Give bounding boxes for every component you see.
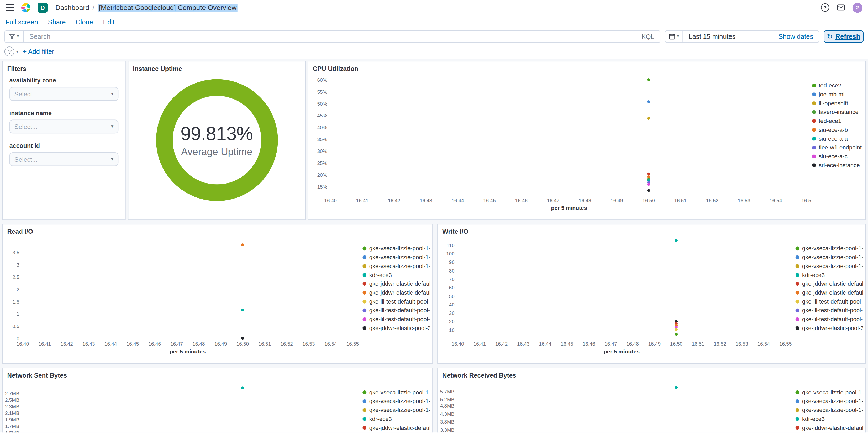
- filter-field: availability zone Select... ▾: [3, 74, 125, 106]
- legend-item[interactable]: gke-jddwr-elastic-default-po...: [796, 423, 863, 432]
- panel-title[interactable]: Network Sent Bytes: [3, 368, 433, 380]
- legend-item[interactable]: joe-mb-ml: [812, 90, 863, 99]
- legend-item[interactable]: gke-jddwr-elastic-default-po...: [796, 432, 863, 432]
- clone-button[interactable]: Clone: [75, 19, 93, 26]
- chevron-down-icon[interactable]: ▾: [16, 49, 18, 54]
- series-label: gke-jddwr-elastic-default-po...: [369, 289, 430, 296]
- panel-title[interactable]: Write I/O: [438, 224, 865, 236]
- series-color-dot: [796, 290, 800, 294]
- svg-text:100: 100: [446, 251, 455, 257]
- legend-item[interactable]: gke-vseca-lizzie-pool-1-630...: [796, 405, 863, 414]
- legend-item[interactable]: gke-vseca-lizzie-pool-1-c417...: [363, 253, 430, 262]
- help-icon[interactable]: ?: [821, 3, 829, 12]
- legend-item[interactable]: gke-vseca-lizzie-pool-1-630...: [796, 261, 863, 270]
- legend-item[interactable]: gke-vseca-lizzie-pool-1-630...: [363, 405, 430, 414]
- elastic-logo[interactable]: [21, 2, 31, 12]
- legend-item[interactable]: gke-vseca-lizzie-pool-1-c417...: [796, 253, 863, 262]
- legend-item[interactable]: gke-jddwr-elastic-default-po...: [796, 288, 863, 297]
- legend-item[interactable]: ted-ece2: [812, 81, 863, 90]
- series-color-dot: [363, 426, 366, 430]
- share-button[interactable]: Share: [48, 19, 66, 26]
- legend-item[interactable]: gke-lil-test-default-pool-c1e...: [796, 297, 863, 306]
- svg-text:20%: 20%: [317, 172, 327, 178]
- user-avatar[interactable]: 2: [852, 2, 863, 12]
- panel-title[interactable]: CPU Utilization: [308, 61, 865, 74]
- legend-item[interactable]: gke-lil-test-default-pool-c1e...: [796, 306, 863, 315]
- filters-panel: Filters availability zone Select... ▾ in…: [2, 61, 125, 220]
- legend-item[interactable]: tlee-w1-endpoint: [812, 143, 863, 152]
- saved-query-menu-button[interactable]: ▾: [5, 31, 24, 42]
- instance-name-select[interactable]: Select... ▾: [9, 120, 118, 134]
- show-dates-link[interactable]: Show dates: [778, 33, 813, 40]
- svg-text:16:54: 16:54: [770, 198, 782, 203]
- legend-item[interactable]: gke-jddwr-elastic-pool-3-74...: [796, 323, 863, 333]
- legend-item[interactable]: gke-jddwr-elastic-default-po...: [363, 423, 430, 432]
- svg-text:90: 90: [449, 259, 454, 265]
- kql-language-button[interactable]: KQL: [642, 33, 654, 40]
- newsfeed-mail-icon[interactable]: [837, 4, 845, 10]
- series-color-dot: [812, 92, 816, 96]
- legend-item[interactable]: kdr-ece3: [796, 270, 863, 279]
- filter-field-label: availability zone: [9, 77, 118, 84]
- series-color-dot: [796, 326, 800, 330]
- legend-item[interactable]: favero-instance: [812, 107, 863, 116]
- hamburger-menu-icon[interactable]: [5, 4, 14, 11]
- legend-item[interactable]: gke-lil-test-default-pool-c1e...: [363, 306, 430, 315]
- svg-text:45%: 45%: [317, 113, 327, 118]
- legend-item[interactable]: siu-ece-a-c: [812, 152, 863, 161]
- legend-item[interactable]: gke-vseca-lizzie-pool-1-630...: [363, 261, 430, 270]
- series-label: gke-lil-test-default-pool-c1e...: [369, 298, 430, 305]
- svg-text:55%: 55%: [317, 89, 327, 95]
- svg-text:5.2MB: 5.2MB: [440, 397, 455, 402]
- time-range-value[interactable]: Last 15 minutes: [689, 33, 736, 40]
- panel-title[interactable]: Filters: [3, 61, 125, 74]
- svg-text:2.1MB: 2.1MB: [5, 410, 20, 416]
- legend-item[interactable]: gke-jddwr-elastic-pool-3-74...: [363, 323, 430, 333]
- legend-item[interactable]: gke-lil-test-default-pool-c1e...: [363, 315, 430, 323]
- refresh-button[interactable]: ↻ Refresh: [824, 30, 864, 42]
- availability-zone-select[interactable]: Select... ▾: [9, 87, 118, 101]
- series-label: gke-jddwr-elastic-default-po...: [802, 289, 863, 296]
- add-filter-button[interactable]: + Add filter: [23, 48, 54, 55]
- legend-item[interactable]: siu-ece-a-b: [812, 125, 863, 134]
- edit-button[interactable]: Edit: [103, 19, 115, 26]
- date-picker: ▾ Last 15 minutes Show dates: [665, 30, 819, 42]
- svg-text:16:47: 16:47: [170, 341, 183, 347]
- filter-options-button[interactable]: [4, 47, 14, 56]
- legend-item[interactable]: gke-lil-test-default-pool-c1e...: [796, 315, 863, 323]
- legend-item[interactable]: gke-vseca-lizzie-pool-1-c417...: [363, 397, 430, 405]
- legend-item[interactable]: gke-vseca-lizzie-pool-1-1877...: [363, 244, 430, 253]
- svg-text:16:47: 16:47: [547, 198, 559, 203]
- space-avatar[interactable]: D: [37, 2, 48, 12]
- panel-title[interactable]: Read I/O: [3, 224, 433, 236]
- legend-item[interactable]: kdr-ece3: [363, 270, 430, 279]
- panel-title[interactable]: Instance Uptime: [128, 61, 305, 74]
- full-screen-button[interactable]: Full screen: [5, 19, 38, 26]
- search-input[interactable]: ▾ Search KQL: [4, 30, 660, 42]
- legend-item[interactable]: kdr-ece3: [796, 414, 863, 423]
- legend-item[interactable]: ted-ece1: [812, 116, 863, 125]
- legend-item[interactable]: gke-vseca-lizzie-pool-1-c417...: [796, 397, 863, 405]
- legend-item[interactable]: gke-lil-test-default-pool-c1e...: [363, 297, 430, 306]
- legend-item[interactable]: gke-jddwr-elastic-default-po...: [363, 288, 430, 297]
- legend-item[interactable]: gke-jddwr-elastic-default-po...: [363, 279, 430, 288]
- legend-item[interactable]: siu-ece-a-a: [812, 134, 863, 143]
- top-header: D Dashboard / [Metricbeat Googlecloud] C…: [0, 0, 868, 16]
- legend-item[interactable]: gke-vseca-lizzie-pool-1-1877...: [796, 244, 863, 253]
- legend-item[interactable]: gke-vseca-lizzie-pool-1-1877...: [363, 387, 430, 397]
- legend-item[interactable]: lil-openshift: [812, 98, 863, 107]
- svg-text:1.5: 1.5: [12, 299, 19, 305]
- svg-text:40: 40: [449, 302, 454, 308]
- legend-item[interactable]: gke-vseca-lizzie-pool-1-1877...: [796, 387, 863, 397]
- legend-item[interactable]: gke-jddwr-elastic-default-po...: [796, 279, 863, 288]
- legend-item[interactable]: sri-ece-instance: [812, 161, 863, 170]
- panel-title[interactable]: Network Received Bytes: [438, 368, 865, 380]
- legend-item[interactable]: kdr-ece3: [363, 414, 430, 423]
- account-id-select[interactable]: Select... ▾: [9, 152, 118, 166]
- svg-text:0.5: 0.5: [12, 323, 19, 329]
- svg-text:30%: 30%: [317, 149, 327, 154]
- calendar-button[interactable]: ▾: [665, 31, 683, 42]
- legend-item[interactable]: gke-jddwr-elastic-default-po...: [363, 432, 430, 432]
- breadcrumb-dashboard-link[interactable]: Dashboard: [55, 4, 89, 11]
- svg-text:60%: 60%: [317, 77, 327, 83]
